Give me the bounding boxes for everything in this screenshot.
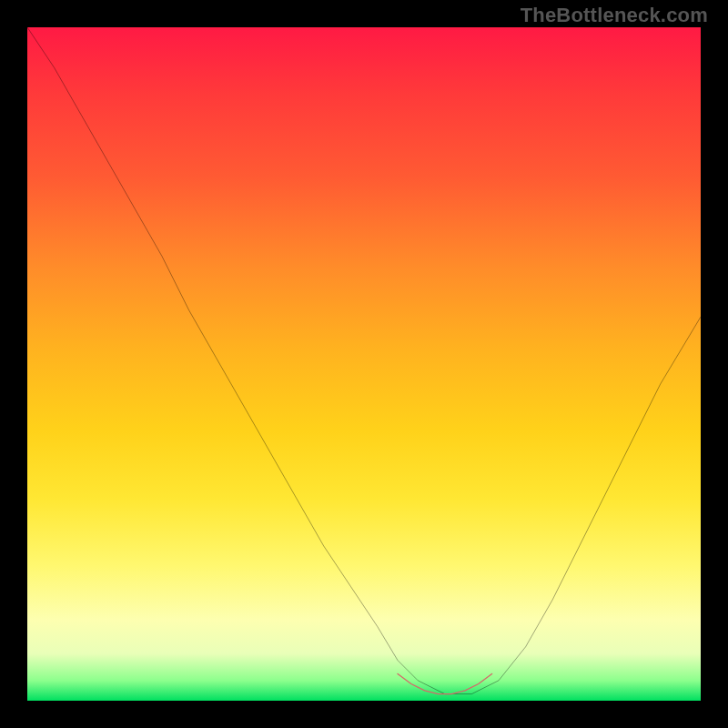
watermark-text: TheBottleneck.com	[521, 4, 708, 27]
chart-svg	[27, 27, 701, 701]
bottleneck-curve	[27, 27, 701, 694]
chart-frame: TheBottleneck.com	[0, 0, 728, 728]
plot-gradient-background	[27, 27, 701, 701]
